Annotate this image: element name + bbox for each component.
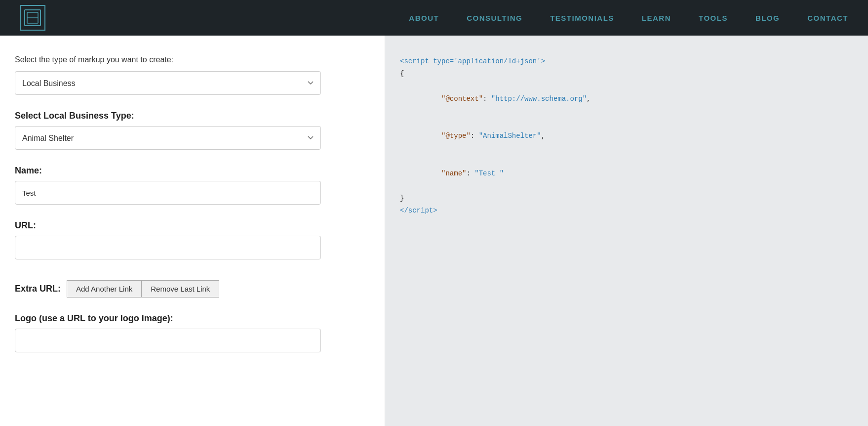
url-input[interactable] bbox=[15, 236, 321, 259]
nav-contact[interactable]: CONTACT bbox=[807, 14, 848, 22]
nav-consulting[interactable]: CONSULTING bbox=[467, 14, 522, 22]
markup-type-select[interactable]: Local BusinessOrganizationPersonProductE… bbox=[15, 71, 321, 95]
code-output-panel: <script type='application/ld+json'> { "@… bbox=[385, 36, 868, 426]
nav-learn[interactable]: LEARN bbox=[642, 14, 671, 22]
code-block: <script type='application/ld+json'> { "@… bbox=[400, 50, 853, 222]
code-line-2: { bbox=[400, 68, 853, 80]
logo-label: Logo (use a URL to your logo image): bbox=[15, 313, 365, 324]
nav-testimonials[interactable]: TESTIMONIALS bbox=[550, 14, 614, 22]
nav-links-container: ABOUT CONSULTING TESTIMONIALS LEARN TOOL… bbox=[409, 14, 848, 22]
url-section: URL: bbox=[15, 220, 365, 259]
extra-url-section: Extra URL: Add Another Link Remove Last … bbox=[15, 280, 365, 298]
business-type-select[interactable]: Animal ShelterRestaurantHotelDoctorDenti… bbox=[15, 126, 321, 150]
logo-section: Logo (use a URL to your logo image): bbox=[15, 313, 365, 352]
code-line-6: } bbox=[400, 192, 853, 205]
code-line-1: <script type='application/ld+json'> bbox=[400, 55, 853, 68]
code-line-3: "@context": "http://www.schema.org", bbox=[400, 80, 853, 118]
form-panel: Select the type of markup you want to cr… bbox=[0, 36, 385, 426]
business-type-label: Select Local Business Type: bbox=[15, 111, 365, 121]
site-logo bbox=[20, 5, 45, 31]
markup-type-label: Select the type of markup you want to cr… bbox=[15, 55, 365, 64]
markup-type-section: Select the type of markup you want to cr… bbox=[15, 55, 365, 95]
name-section: Name: bbox=[15, 166, 365, 205]
code-line-5: "name": "Test " bbox=[400, 155, 853, 193]
code-line-7: </script> bbox=[400, 205, 853, 217]
nav-about[interactable]: ABOUT bbox=[409, 14, 439, 22]
remove-link-button[interactable]: Remove Last Link bbox=[141, 280, 219, 298]
business-type-section: Select Local Business Type: Animal Shelt… bbox=[15, 111, 365, 150]
extra-url-label: Extra URL: bbox=[15, 284, 61, 294]
name-label: Name: bbox=[15, 166, 365, 176]
navigation: ABOUT CONSULTING TESTIMONIALS LEARN TOOL… bbox=[0, 0, 868, 36]
add-link-button[interactable]: Add Another Link bbox=[67, 280, 141, 298]
logo-input[interactable] bbox=[15, 329, 321, 352]
name-input[interactable] bbox=[15, 181, 321, 205]
code-line-4: "@type": "AnimalShelter", bbox=[400, 118, 853, 155]
nav-blog[interactable]: BLOG bbox=[755, 14, 780, 22]
nav-tools[interactable]: TOOLS bbox=[699, 14, 728, 22]
main-layout: Select the type of markup you want to cr… bbox=[0, 36, 868, 426]
url-label: URL: bbox=[15, 220, 365, 231]
